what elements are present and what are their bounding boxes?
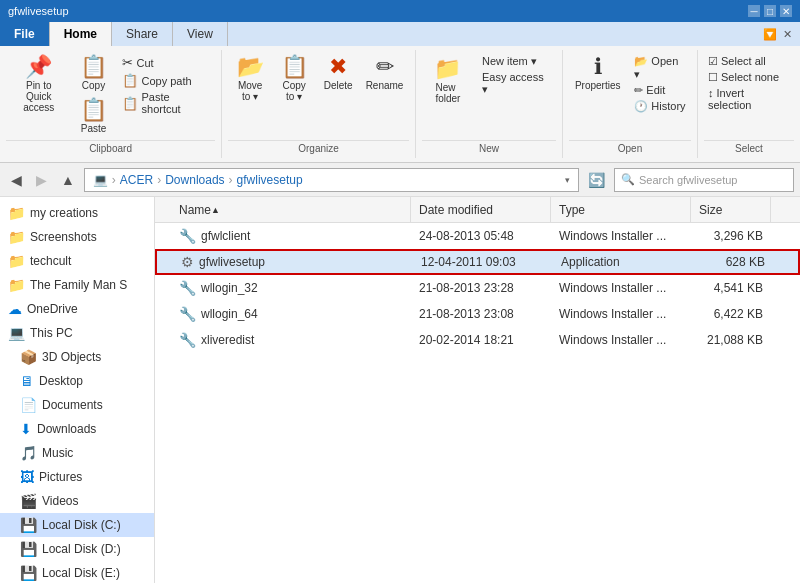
new-group: 📁 Newfolder New item ▾ Easy access ▾ New	[416, 50, 563, 158]
search-box[interactable]: 🔍 Search gfwlivesetup	[614, 168, 794, 192]
history-button[interactable]: 🕐 History	[630, 99, 691, 114]
rename-button[interactable]: ✏ Rename	[360, 52, 409, 95]
new-folder-icon: 📁	[434, 56, 461, 82]
paste-icon: 📋	[80, 99, 107, 121]
sidebar-item-techcult[interactable]: 📁 techcult	[0, 249, 154, 273]
sidebar-item-label: my creations	[30, 206, 98, 220]
drive-icon: 💾	[20, 541, 37, 557]
sidebar-item-documents[interactable]: 📄 Documents	[0, 393, 154, 417]
sidebar-item-videos[interactable]: 🎬 Videos	[0, 489, 154, 513]
music-icon: 🎵	[20, 445, 37, 461]
search-icon: 🔍	[621, 173, 635, 186]
paste-shortcut-icon: 📋	[122, 96, 138, 111]
delete-button[interactable]: ✖ Delete	[316, 52, 360, 95]
breadcrumb-current[interactable]: gfwlivesetup	[237, 173, 303, 187]
open-button[interactable]: 📂 Open ▾	[630, 54, 691, 82]
sidebar-item-label: Videos	[42, 494, 78, 508]
col-header-size[interactable]: Size	[691, 197, 771, 223]
file-icon: 🔧	[179, 332, 196, 348]
select-group: ☑ Select all ☐ Select none ↕ Invert sele…	[698, 50, 800, 158]
file-date: 21-08-2013 23:28	[411, 281, 551, 295]
properties-icon: ℹ	[594, 56, 602, 78]
file-header: Name ▲ Date modified Type Size	[155, 197, 800, 223]
file-name: wllogin_64	[201, 307, 258, 321]
sidebar-item-my-creations[interactable]: 📁 my creations	[0, 201, 154, 225]
properties-button[interactable]: ℹ Properties	[569, 52, 626, 95]
back-button[interactable]: ◀	[6, 170, 27, 190]
tab-home[interactable]: Home	[50, 22, 112, 46]
refresh-button[interactable]: 🔄	[583, 170, 610, 190]
file-type: Windows Installer ...	[551, 281, 691, 295]
tab-share[interactable]: Share	[112, 22, 173, 46]
tab-file[interactable]: File	[0, 22, 50, 46]
new-folder-button[interactable]: 📁 Newfolder	[422, 52, 474, 108]
this-pc-icon: 💻	[8, 325, 25, 341]
file-area: Name ▲ Date modified Type Size 🔧 gfwlcli…	[155, 197, 800, 583]
col-header-name[interactable]: Name ▲	[171, 197, 411, 223]
sidebar-item-this-pc[interactable]: 💻 This PC	[0, 321, 154, 345]
pin-to-quick-button[interactable]: 📌 Pin to Quickaccess	[6, 52, 72, 117]
copy-button[interactable]: 📋 Copy	[72, 52, 116, 95]
forward-button[interactable]: ▶	[31, 170, 52, 190]
paste-button[interactable]: 📋 Paste	[72, 95, 116, 138]
sidebar-item-3d-objects[interactable]: 📦 3D Objects	[0, 345, 154, 369]
pin-icon: 📌	[25, 56, 52, 78]
minimize-button[interactable]: ─	[748, 5, 760, 17]
sidebar-item-onedrive[interactable]: ☁ OneDrive	[0, 297, 154, 321]
col-header-date[interactable]: Date modified	[411, 197, 551, 223]
up-button[interactable]: ▲	[56, 170, 80, 190]
table-row[interactable]: 🔧 xliveredist 20-02-2014 18:21 Windows I…	[155, 327, 800, 353]
file-icon: ⚙	[181, 254, 194, 270]
file-name: gfwlivesetup	[199, 255, 265, 269]
move-to-button[interactable]: 📂 Moveto ▾	[228, 52, 272, 106]
downloads-icon: ⬇	[20, 421, 32, 437]
sidebar-item-label: Local Disk (E:)	[42, 566, 120, 580]
sidebar-item-pictures[interactable]: 🖼 Pictures	[0, 465, 154, 489]
easy-access-button[interactable]: Easy access ▾	[478, 70, 556, 97]
file-type: Windows Installer ...	[551, 229, 691, 243]
sidebar-item-local-disk-d[interactable]: 💾 Local Disk (D:)	[0, 537, 154, 561]
edit-button[interactable]: ✏ Edit	[630, 83, 691, 98]
breadcrumb-acer[interactable]: ACER	[120, 173, 153, 187]
file-name: gfwlclient	[201, 229, 250, 243]
sidebar-item-downloads[interactable]: ⬇ Downloads	[0, 417, 154, 441]
select-none-button[interactable]: ☐ Select none	[704, 70, 794, 85]
table-row[interactable]: 🔧 wllogin_32 21-08-2013 23:28 Windows In…	[155, 275, 800, 301]
select-all-button[interactable]: ☑ Select all	[704, 54, 794, 69]
file-type: Application	[553, 255, 693, 269]
select-label: Select	[704, 140, 794, 156]
close-button[interactable]: ✕	[780, 5, 792, 17]
file-icon: 🔧	[179, 306, 196, 322]
sidebar-item-label: Desktop	[39, 374, 83, 388]
cut-button[interactable]: ✂ Cut	[118, 54, 216, 71]
sidebar-item-label: Local Disk (D:)	[42, 542, 121, 556]
sidebar-item-label: This PC	[30, 326, 73, 340]
new-item-button[interactable]: New item ▾	[478, 54, 556, 69]
breadcrumb-dropdown[interactable]: ▾	[565, 175, 570, 185]
copy-to-button[interactable]: 📋 Copyto ▾	[272, 52, 316, 106]
invert-selection-button[interactable]: ↕ Invert selection	[704, 86, 794, 112]
table-row[interactable]: ⚙ gfwlivesetup 12-04-2011 09:03 Applicat…	[155, 249, 800, 275]
maximize-button[interactable]: □	[764, 5, 776, 17]
tab-view[interactable]: View	[173, 22, 228, 46]
sidebar-item-music[interactable]: 🎵 Music	[0, 441, 154, 465]
table-row[interactable]: 🔧 gfwlclient 24-08-2013 05:48 Windows In…	[155, 223, 800, 249]
breadcrumb-downloads[interactable]: Downloads	[165, 173, 224, 187]
sidebar: 📁 my creations 📁 Screenshots 📁 techcult …	[0, 197, 155, 583]
col-header-type[interactable]: Type	[551, 197, 691, 223]
expand-icon: ✕	[783, 28, 792, 41]
title-bar-text: gfwlivesetup	[8, 5, 69, 17]
sidebar-item-local-disk-c[interactable]: 💾 Local Disk (C:)	[0, 513, 154, 537]
sidebar-item-desktop[interactable]: 🖥 Desktop	[0, 369, 154, 393]
desktop-icon: 🖥	[20, 373, 34, 389]
sidebar-item-screenshots[interactable]: 📁 Screenshots	[0, 225, 154, 249]
ribbon: 📌 Pin to Quickaccess 📋 Copy 📋 Paste	[0, 46, 800, 163]
sidebar-item-family-man[interactable]: 📁 The Family Man S	[0, 273, 154, 297]
folder-icon: 📁	[8, 253, 25, 269]
copy-path-button[interactable]: 📋 Copy path	[118, 72, 216, 89]
breadcrumb-icon: 💻	[93, 173, 108, 187]
paste-shortcut-button[interactable]: 📋 Paste shortcut	[118, 90, 216, 116]
table-row[interactable]: 🔧 wllogin_64 21-08-2013 23:08 Windows In…	[155, 301, 800, 327]
file-name: xliveredist	[201, 333, 254, 347]
sidebar-item-local-disk-e[interactable]: 💾 Local Disk (E:)	[0, 561, 154, 583]
